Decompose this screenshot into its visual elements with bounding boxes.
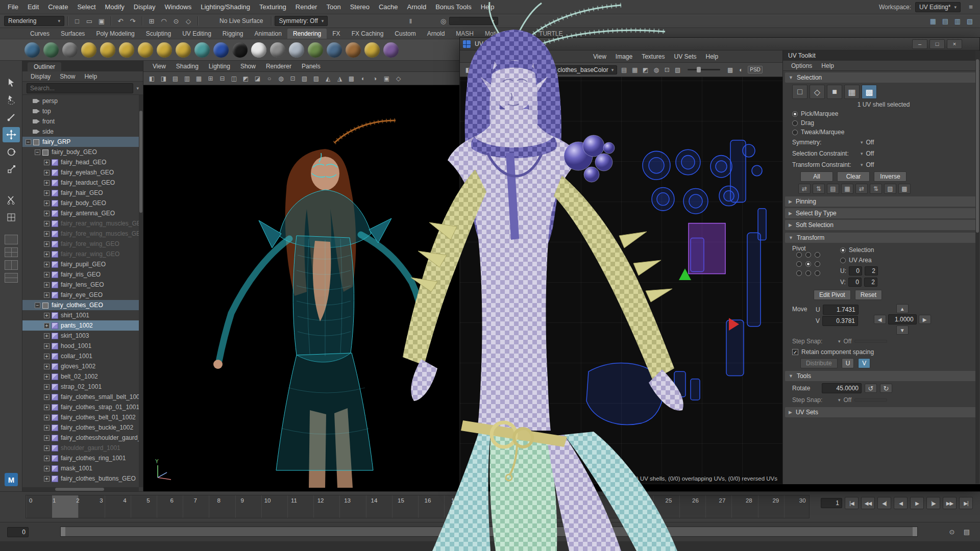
shelf-shader-ball-gray-icon[interactable]: [270, 42, 285, 58]
expand-toggle-icon[interactable]: [44, 170, 50, 176]
menu-item[interactable]: Modify: [101, 0, 129, 14]
rotate-cw-button[interactable]: ↻: [880, 384, 892, 393]
psd-icon[interactable]: PSD: [748, 66, 763, 73]
outliner-row[interactable]: fairy_clothes_belt_01_1002: [22, 412, 143, 422]
convert-icon[interactable]: ▦: [841, 184, 853, 194]
distribute-button[interactable]: Distribute: [800, 358, 838, 368]
convert-icon[interactable]: ⇄: [855, 184, 868, 194]
outliner-row[interactable]: fairy_iris_GEO: [22, 269, 143, 280]
shelf-shader-ball-blue-icon[interactable]: [213, 42, 229, 58]
shelf-tab[interactable]: Arnold: [422, 29, 451, 39]
shelf-volume-light-icon[interactable]: [157, 42, 172, 58]
layout-mixed-icon[interactable]: ▧: [964, 15, 976, 27]
paint-select-tool[interactable]: [3, 110, 20, 125]
section-selection[interactable]: ▼ Selection: [785, 72, 978, 83]
uv-toolkit-menu-item[interactable]: Help: [817, 62, 838, 69]
radio-icon[interactable]: [792, 130, 798, 135]
live-surface-field[interactable]: No Live Surface: [219, 17, 263, 24]
expand-toggle-icon[interactable]: [44, 425, 50, 431]
expand-toggle-icon[interactable]: [26, 139, 31, 145]
select-marquee-icon[interactable]: □: [792, 85, 807, 99]
viewport-toolbar-icon[interactable]: ◑: [370, 73, 380, 84]
cut-uv-icon[interactable]: ▣: [506, 65, 517, 75]
viewport-toolbar-icon[interactable]: ▣: [381, 73, 392, 84]
viewport-toolbar-icon[interactable]: ◍: [276, 73, 286, 84]
select-uv-grid-icon[interactable]: ▦: [844, 85, 860, 99]
checker-display-icon[interactable]: ▦: [629, 65, 640, 75]
uv-editor-menu-item[interactable]: UV Sets: [670, 53, 701, 60]
constraint-value[interactable]: Off: [866, 139, 874, 146]
viewport-toolbar-icon[interactable]: ⊡: [287, 73, 298, 84]
expand-toggle-icon[interactable]: [44, 415, 50, 420]
workspace-menu-icon[interactable]: ≡: [965, 2, 977, 13]
expand-toggle-icon[interactable]: [44, 262, 50, 267]
play-forward-button[interactable]: ▶: [910, 497, 924, 509]
outliner-row[interactable]: shoulder_gaurd_1001: [22, 443, 143, 453]
outliner-row[interactable]: fairy_body_GEO: [22, 198, 143, 208]
viewport-toolbar-icon[interactable]: ▥: [182, 73, 192, 84]
constraint-value[interactable]: Off: [866, 161, 874, 168]
viewport-menu-item[interactable]: Renderer: [261, 63, 297, 70]
rotate-angle-field[interactable]: 45.0000: [822, 383, 862, 393]
texture-border-icon[interactable]: ◍: [651, 65, 662, 75]
new-scene-icon[interactable]: □: [71, 15, 83, 27]
viewport-toolbar-icon[interactable]: ▧: [299, 73, 310, 84]
outliner-vertical-scrollbar[interactable]: [139, 95, 143, 487]
expand-toggle-icon[interactable]: [44, 241, 50, 247]
snap-grid-icon[interactable]: ⊞: [145, 15, 158, 27]
go-to-start-button[interactable]: |◀: [845, 497, 859, 509]
nudge-left-button[interactable]: ◀: [874, 315, 886, 324]
layout-split-button[interactable]: [5, 273, 18, 283]
uv-editor-menu-item[interactable]: Textures: [637, 53, 669, 60]
shelf-directional-light-icon[interactable]: [100, 42, 115, 58]
symmetry-dropdown[interactable]: Symmetry: Off ▾: [275, 16, 328, 26]
shelf-texture-icon[interactable]: [308, 42, 323, 58]
collapsed-section-header[interactable]: ▶ Soft Selection: [785, 220, 978, 230]
pivot-radio[interactable]: [805, 270, 811, 276]
minimize-button[interactable]: –: [912, 39, 927, 49]
pivot-v2-field[interactable]: 2: [864, 278, 877, 287]
step-forward-key-button[interactable]: ▶▶: [943, 497, 957, 509]
menu-item[interactable]: Help: [476, 0, 499, 14]
pivot-radio[interactable]: [796, 270, 802, 276]
selection-action-button[interactable]: Inverse: [874, 171, 906, 182]
outliner-row[interactable]: fairy_clothes_GEO: [22, 300, 143, 310]
outliner-row[interactable]: fairy_eyelash_GEO: [22, 167, 143, 178]
maximize-button[interactable]: □: [929, 39, 945, 49]
menu-item[interactable]: Windows: [160, 0, 196, 14]
layout-cols-icon[interactable]: ▥: [951, 15, 964, 27]
shelf-ipr-icon[interactable]: [43, 42, 59, 58]
close-button[interactable]: ×: [947, 39, 962, 49]
outliner-row[interactable]: fairy_body_GEO: [22, 147, 143, 157]
snap-mode-dropdown[interactable]: ▾: [449, 17, 498, 25]
outliner-row[interactable]: fairy_head_GEO: [22, 157, 143, 167]
outliner-row[interactable]: fairy_clothesshoulder_gaurd_: [22, 433, 143, 443]
menu-item[interactable]: Bonus Tools: [431, 0, 476, 14]
section-tools[interactable]: ▼ Tools: [785, 371, 978, 381]
image-dim-slider[interactable]: [688, 69, 720, 70]
outliner-row[interactable]: fairy_clothes_buckle_1002: [22, 422, 143, 433]
step-snap-value[interactable]: Off: [844, 338, 852, 345]
viewport-toolbar-icon[interactable]: ▩: [346, 73, 357, 84]
menu-item[interactable]: Cache: [374, 0, 403, 14]
expand-toggle-icon[interactable]: [44, 405, 50, 410]
radio-icon[interactable]: [792, 120, 798, 126]
expand-toggle-icon[interactable]: [44, 456, 50, 461]
menu-item[interactable]: Arnold: [403, 0, 431, 14]
layout-rows-icon[interactable]: ▤: [939, 15, 951, 27]
section-uv-sets[interactable]: ▶ UV Sets: [785, 407, 978, 417]
layout-grid-icon[interactable]: ▦: [927, 15, 939, 27]
search-input[interactable]: [27, 83, 133, 93]
expand-toggle-icon[interactable]: [44, 384, 50, 390]
expand-toggle-icon[interactable]: [44, 323, 50, 329]
snap-plane-icon[interactable]: ◇: [182, 15, 194, 27]
outliner-horizontal-scrollbar[interactable]: [22, 487, 139, 491]
shelf-utility-icon[interactable]: [346, 42, 361, 58]
shelf-render-settings-icon[interactable]: [62, 42, 78, 58]
menu-item[interactable]: Render: [291, 0, 322, 14]
cut-uv-tool[interactable]: [3, 192, 20, 208]
shelf-tab[interactable]: UV Editing: [177, 29, 217, 39]
pivot-radio[interactable]: [815, 252, 820, 258]
redo-icon[interactable]: ↷: [127, 15, 139, 27]
shelf-shader-ball-chrome-icon[interactable]: [289, 42, 304, 58]
